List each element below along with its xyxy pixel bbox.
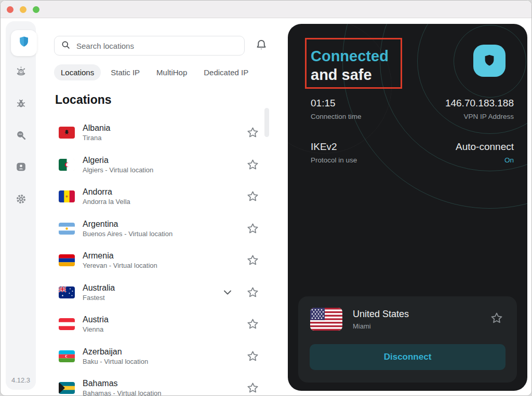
country-subtitle: Algiers - Virtual location — [83, 166, 246, 174]
country-subtitle: Vienna — [83, 325, 246, 334]
sidebar-item-alert[interactable] — [15, 66, 28, 79]
list-item-azerbaijan[interactable]: AzerbaijanBaku - Virtual location — [59, 340, 262, 373]
gear-icon — [15, 193, 28, 208]
status-text: Connected and safe — [311, 47, 389, 84]
list-item-algeria[interactable]: AlgeriaAlgiers - Virtual location — [59, 149, 262, 181]
list-item-andorra[interactable]: AndorraAndorra la Vella — [59, 181, 262, 213]
country-subtitle: Baku - Virtual location — [83, 358, 246, 366]
favorite-star-icon[interactable] — [246, 254, 259, 267]
country-name: Albania — [83, 123, 246, 133]
vpn-ip-value: 146.70.183.188 — [445, 98, 514, 109]
connection-card: United States Miami Disconnect — [298, 296, 517, 383]
list-item-argentina[interactable]: ArgentinaBuenos Aires - Virtual location — [59, 213, 262, 245]
protocol-label: Protocol in use — [311, 156, 357, 164]
country-subtitle: Bahamas - Virtual location — [83, 389, 246, 396]
country-name: Austria — [83, 315, 246, 324]
favorite-star-icon[interactable] — [246, 126, 259, 139]
search-bar — [54, 36, 245, 56]
sidebar-item-vpn[interactable] — [11, 30, 37, 56]
vpn-ip-label: VPN IP Address — [445, 113, 514, 120]
protocol-stat: IKEv2 Protocol in use — [311, 141, 357, 164]
autoconnect-label: Auto-connect — [456, 141, 514, 153]
protocol-value: IKEv2 — [311, 141, 357, 153]
favorite-star-icon[interactable] — [246, 381, 259, 394]
search-input[interactable] — [75, 41, 238, 51]
app-window: 4.12.3 Locations Static IP MultiHop Dedi… — [0, 0, 532, 396]
country-subtitle: Fastest — [83, 294, 221, 302]
siren-icon — [15, 65, 28, 80]
tab-static-ip[interactable]: Static IP — [104, 64, 147, 80]
flag-algeria — [59, 159, 75, 171]
tab-dedicated-ip[interactable]: Dedicated IP — [197, 64, 255, 80]
favorite-star-icon[interactable] — [246, 222, 259, 235]
connection-time-value: 01:15 — [311, 98, 362, 109]
bug-icon — [15, 97, 28, 112]
flag-bahamas — [59, 382, 75, 394]
flag-united-states — [310, 308, 342, 331]
connection-time-label: Connection time — [311, 113, 362, 120]
country-name: Azerbaijan — [83, 347, 246, 357]
favorite-star-icon[interactable] — [246, 158, 259, 171]
autoconnect-stat[interactable]: Auto-connect On — [456, 141, 514, 164]
chevron-down-icon[interactable] — [221, 286, 234, 298]
status-panel: Connected and safe 01:15 Connection time… — [288, 24, 527, 391]
sidebar-item-alternative-id[interactable] — [15, 161, 28, 174]
titlebar — [1, 1, 531, 18]
location-tabs: Locations Static IP MultiHop Dedicated I… — [54, 64, 255, 80]
app-version: 4.12.3 — [6, 376, 36, 384]
connected-country: United States — [353, 309, 409, 320]
tab-locations[interactable]: Locations — [54, 64, 101, 80]
magnifier-eyes-icon — [15, 129, 28, 144]
zoom-button[interactable] — [33, 6, 39, 13]
tab-multihop[interactable]: MultiHop — [150, 64, 194, 80]
flag-albania — [59, 127, 75, 139]
favorite-star-icon[interactable] — [246, 318, 259, 331]
sidebar-item-settings[interactable] — [15, 194, 28, 207]
flag-armenia — [59, 254, 75, 266]
autoconnect-value: On — [456, 156, 514, 164]
list-scrollbar[interactable] — [264, 108, 269, 137]
flag-australia — [59, 286, 75, 298]
status-line-2: and safe — [311, 65, 389, 84]
sidebar-item-search[interactable] — [15, 130, 28, 143]
country-name: Bahamas — [83, 378, 246, 388]
notifications-bell-icon[interactable] — [254, 38, 269, 52]
country-subtitle: Yerevan - Virtual location — [83, 262, 246, 270]
country-subtitle: Andorra la Vella — [83, 198, 246, 206]
vpn-ip-stat: 146.70.183.188 VPN IP Address — [445, 98, 514, 120]
person-badge-icon — [15, 160, 28, 175]
favorite-star-icon[interactable] — [490, 311, 503, 325]
locations-list: AlbaniaTirana AlgeriaAlgiers - Virtual l… — [59, 117, 262, 396]
list-item-austria[interactable]: AustriaVienna — [59, 308, 262, 340]
page-title: Locations — [55, 93, 112, 107]
list-item-bahamas[interactable]: BahamasBahamas - Virtual location — [59, 372, 262, 396]
favorite-star-icon[interactable] — [246, 350, 259, 363]
country-name: Andorra — [83, 187, 246, 197]
country-name: Australia — [83, 283, 221, 293]
favorite-star-icon[interactable] — [246, 286, 259, 299]
list-item-armenia[interactable]: ArmeniaYerevan - Virtual location — [59, 244, 262, 277]
country-name: Algeria — [83, 155, 246, 165]
connection-time-stat: 01:15 Connection time — [311, 98, 362, 120]
minimize-button[interactable] — [20, 6, 26, 13]
sidebar-item-antivirus[interactable] — [15, 98, 28, 111]
search-icon — [61, 40, 71, 52]
surfshark-shield-icon — [17, 35, 31, 51]
country-subtitle: Tirana — [83, 134, 246, 142]
status-line-1: Connected — [311, 47, 389, 65]
country-subtitle: Buenos Aires - Virtual location — [83, 230, 246, 238]
list-item-australia[interactable]: AustraliaFastest — [59, 277, 262, 309]
country-name: Argentina — [83, 219, 246, 229]
surfshark-logo — [473, 45, 506, 77]
close-button[interactable] — [7, 6, 14, 13]
flag-azerbaijan — [59, 350, 75, 362]
flag-argentina — [59, 223, 75, 235]
disconnect-button[interactable]: Disconnect — [310, 344, 506, 370]
flag-austria — [59, 318, 75, 330]
list-item-albania[interactable]: AlbaniaTirana — [59, 117, 262, 149]
favorite-star-icon[interactable] — [246, 190, 259, 203]
flag-andorra — [59, 190, 75, 202]
country-name: Armenia — [83, 251, 246, 261]
connected-city: Miami — [353, 322, 371, 330]
